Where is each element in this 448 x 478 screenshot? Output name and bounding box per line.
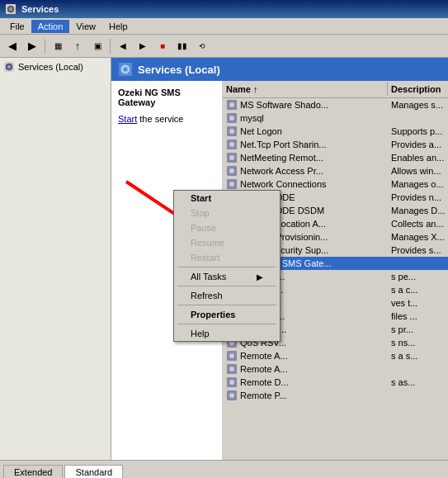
table-row[interactable]: Remote P...	[223, 389, 448, 402]
svg-point-5	[7, 65, 11, 69]
ctx-sep-3	[177, 305, 276, 305]
svg-point-24	[229, 182, 234, 187]
service-icon	[226, 363, 238, 375]
submenu-arrow: ▶	[257, 272, 263, 282]
service-action-suffix: the service	[139, 114, 183, 124]
toolbar-sep-2	[110, 39, 111, 54]
tab-standard[interactable]: Standard	[64, 465, 123, 479]
service-action-area: Start the service	[118, 114, 215, 124]
menu-file[interactable]: File	[3, 20, 31, 33]
up-button[interactable]: ↑	[68, 37, 87, 55]
table-row[interactable]: mysql	[223, 111, 448, 125]
toolbar-sep-1	[45, 39, 45, 54]
table-row[interactable]: Network ConnectionsManages o...	[223, 177, 448, 191]
service-icon	[226, 139, 238, 150]
ctx-all-tasks[interactable]: All Tasks ▶	[174, 269, 280, 284]
ctx-properties[interactable]: Properties	[174, 307, 280, 322]
nav-services-local[interactable]: Services (Local)	[2, 59, 109, 74]
table-row[interactable]: Net LogonSupports p...	[223, 125, 448, 138]
service-icon	[226, 99, 238, 111]
ctx-sep-1	[177, 267, 276, 267]
back-button[interactable]: ◀	[3, 37, 21, 55]
svg-point-14	[229, 116, 234, 121]
service-list-header: Name ↑ Description	[223, 81, 448, 98]
svg-point-50	[229, 353, 234, 358]
svg-point-12	[229, 102, 234, 107]
window-title: Services	[21, 4, 59, 14]
services-local-title: Services (Local)	[138, 64, 220, 76]
table-row[interactable]: Net.Tcp Port Sharin...Provides a...	[223, 138, 448, 151]
service-icon	[226, 390, 238, 401]
col-desc-header[interactable]: Description	[388, 83, 448, 96]
service-icon	[226, 152, 238, 163]
menu-action[interactable]: Action	[31, 20, 70, 33]
tab-extended[interactable]: Extended	[3, 465, 63, 479]
show-hide-console-tree-button[interactable]: ▦	[49, 37, 67, 55]
svg-point-56	[229, 393, 234, 398]
ctx-help[interactable]: Help	[174, 326, 280, 341]
table-row[interactable]: MS Software Shado...Manages s...	[223, 98, 448, 111]
ctx-pause[interactable]: Pause	[174, 220, 280, 235]
svg-point-16	[229, 129, 234, 134]
table-row[interactable]: Remote A...s a s...	[223, 349, 448, 362]
ctx-sep-4	[177, 324, 276, 324]
table-row[interactable]: NetMeeting Remot...Enables an...	[223, 151, 448, 164]
status-bar: Extended Standard	[0, 460, 448, 478]
new-window-button[interactable]: ▣	[88, 37, 106, 55]
services-nav-icon	[3, 61, 15, 73]
menu-help[interactable]: Help	[102, 20, 134, 33]
services-local-header: Services (Local)	[111, 58, 448, 81]
services-header-icon	[118, 62, 133, 77]
back-btn2[interactable]: ◀	[114, 37, 132, 55]
ctx-refresh[interactable]: Refresh	[174, 288, 280, 303]
pause-btn[interactable]: ▮▮	[173, 37, 191, 55]
toolbar: ◀ ▶ ▦ ↑ ▣ ◀ ▶ ■ ▮▮ ⟲	[0, 35, 448, 58]
table-row[interactable]: Network Access Pr...Allows win...	[223, 164, 448, 177]
svg-point-52	[229, 367, 234, 372]
start-service-link[interactable]: Start	[118, 114, 137, 124]
table-row[interactable]: Remote A...	[223, 362, 448, 376]
svg-point-2	[9, 7, 12, 11]
status-tabs: Extended Standard	[3, 461, 125, 479]
forward-btn2[interactable]: ▶	[134, 37, 152, 55]
svg-point-18	[229, 142, 234, 147]
service-icon	[226, 350, 238, 362]
left-nav: Services (Local)	[0, 58, 111, 460]
stop-btn[interactable]: ■	[153, 37, 172, 55]
restart-btn[interactable]: ⟲	[193, 37, 211, 55]
table-row[interactable]: Remote D...s as...	[223, 376, 448, 389]
selected-service-name: Ozeki NG SMS Gateway	[118, 88, 215, 107]
service-icon	[226, 165, 238, 177]
service-icon	[226, 112, 238, 124]
ctx-resume[interactable]: Resume	[174, 235, 280, 250]
title-bar: Services	[0, 0, 448, 18]
ctx-stop[interactable]: Stop	[174, 206, 280, 220]
menu-bar: File Action View Help	[0, 18, 448, 35]
service-icon	[226, 125, 238, 137]
service-icon	[226, 376, 238, 388]
ctx-sep-2	[177, 286, 276, 286]
ctx-restart[interactable]: Restart	[174, 250, 280, 265]
svg-point-20	[229, 155, 234, 160]
ctx-start[interactable]: Start	[174, 191, 280, 206]
svg-point-8	[124, 68, 128, 72]
menu-view[interactable]: View	[69, 20, 102, 33]
nav-services-local-label: Services (Local)	[18, 62, 83, 72]
forward-button[interactable]: ▶	[23, 37, 41, 55]
context-menu: Start Stop Pause Resume Restart All Task…	[173, 190, 281, 342]
services-icon	[5, 3, 17, 15]
service-icon	[226, 178, 238, 190]
svg-point-22	[229, 168, 234, 173]
col-name-header[interactable]: Name ↑	[223, 83, 388, 96]
svg-point-54	[229, 380, 234, 385]
